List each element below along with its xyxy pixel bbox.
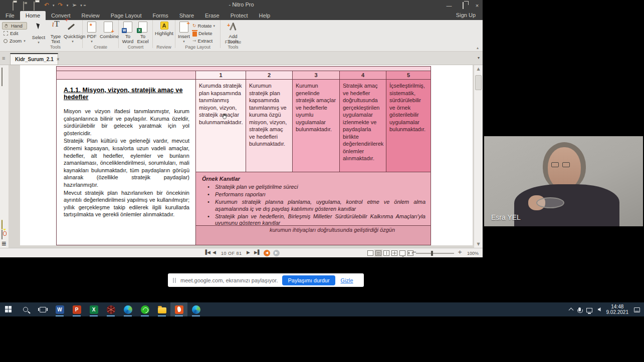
to-word-button[interactable]: W To Word <box>121 22 135 44</box>
taskbar-clock[interactable]: 14:48 9.02.2021 <box>606 304 629 315</box>
next-page-button[interactable]: ▶ <box>247 250 250 255</box>
view-forward-button[interactable]: ▶ <box>273 250 280 256</box>
tab-overflow-icon[interactable]: ▾ <box>478 56 480 60</box>
rotate-icon: ↻ <box>192 22 196 30</box>
scroll-down-icon[interactable]: ▼ <box>474 242 483 246</box>
facing-pages-view-icon[interactable] <box>383 250 389 256</box>
extract-icon: → <box>192 37 196 45</box>
vertical-scrollbar[interactable]: ▲ ▼ <box>474 65 483 248</box>
type-text-button[interactable]: ıT Type Text <box>48 22 64 44</box>
partially-visible-text: kurumun ihtiyaçları doğrultusunda gelişt… <box>270 227 429 233</box>
menu-tab-page-layout[interactable]: Page Layout <box>105 11 147 20</box>
sign-up-link[interactable]: Sign Up <box>456 12 476 18</box>
zoom-in-button[interactable]: + <box>458 249 462 255</box>
minimize-button[interactable]: — <box>446 3 453 9</box>
grid-view-icon[interactable] <box>391 250 397 256</box>
task-view-button[interactable] <box>34 302 51 316</box>
combine-button[interactable]: + Combine <box>100 22 117 39</box>
bookmarks-panel-icon[interactable] <box>2 86 8 93</box>
pdf-create-button[interactable]: * PDF▾ <box>85 22 99 44</box>
select-button[interactable]: Select▾ <box>31 22 47 45</box>
nitro-icon <box>175 305 183 314</box>
menu-tab-protect[interactable]: Protect <box>225 11 254 20</box>
attachments-panel-icon[interactable] <box>2 230 8 237</box>
title-bar: ↶▾ ↷▾ ➢▾ ≖ - Nitro Pro — × <box>0 0 483 11</box>
restore-button[interactable] <box>460 3 467 9</box>
taskbar-whatsapp[interactable] <box>136 302 153 316</box>
tray-expand-icon[interactable] <box>568 308 573 313</box>
column-header-3: 3 <box>292 71 340 80</box>
document-tab[interactable]: Kidr_Surum_2.1 × <box>10 53 58 65</box>
taskbar-nitro[interactable] <box>170 302 187 316</box>
taskbar-edge[interactable] <box>119 302 136 316</box>
zoom-slider-thumb[interactable] <box>431 251 433 256</box>
delete-button[interactable]: Delete <box>192 30 220 37</box>
taskbar-red-app[interactable] <box>102 302 119 316</box>
criterion-paragraph: Stratejik Plan kültürü ve geleneği vardı… <box>64 137 189 188</box>
taskbar-file-explorer[interactable] <box>153 302 170 316</box>
scroll-up-icon[interactable]: ▲ <box>474 67 483 71</box>
action-center-icon[interactable] <box>634 307 640 312</box>
single-page-view-icon[interactable] <box>367 250 373 256</box>
highlight-button[interactable]: A Highlight <box>154 22 174 36</box>
menu-tab-forms[interactable]: Forms <box>147 11 173 20</box>
previous-page-button[interactable]: ◀ <box>212 250 216 255</box>
zoom-tool-button[interactable]: Zoom ▾ <box>2 37 27 45</box>
evidence-cell: Örnek Kanıtlar •Stratejik plan ve gelişt… <box>195 172 431 226</box>
last-page-button[interactable]: ▶▌ <box>254 250 261 255</box>
taskbar-excel[interactable]: X <box>85 302 102 316</box>
extract-button[interactable]: → Extract <box>192 37 220 45</box>
menu-tab-review[interactable]: Review <box>76 11 105 20</box>
to-excel-button[interactable]: X To Excel <box>136 22 150 44</box>
start-button[interactable] <box>0 302 17 316</box>
menu-tab-file[interactable]: File <box>0 11 20 20</box>
participant-video[interactable]: Esra YEL <box>484 136 643 226</box>
hide-banner-link[interactable]: Gizle <box>341 277 353 283</box>
search-icon <box>23 307 28 312</box>
edit-icon <box>4 31 8 36</box>
menu-tab-help[interactable]: Help <box>254 11 276 20</box>
clock-date: 9.02.2021 <box>606 309 629 315</box>
pdf-page: 1 2 3 4 5 A.1.1. Misyon, vizyon, stratej… <box>20 65 473 245</box>
continuous-view-icon[interactable] <box>375 250 381 256</box>
fullscreen-view-icon[interactable] <box>399 250 405 256</box>
criteria-table: 1 2 3 4 5 A.1.1. Misyon, vizyon, stratej… <box>56 66 431 245</box>
rotate-button[interactable]: ↻ Rotate▾ <box>192 22 220 30</box>
close-button[interactable]: × <box>474 3 481 9</box>
document-viewport[interactable]: 1 2 3 4 5 A.1.1. Misyon, vizyon, stratej… <box>9 65 474 248</box>
drag-handle-icon[interactable] <box>173 278 176 283</box>
comments-panel-icon[interactable] <box>2 220 8 227</box>
network-icon[interactable] <box>586 308 592 312</box>
taskbar-search-button[interactable] <box>17 302 34 316</box>
scrollbar-thumb[interactable] <box>475 75 482 90</box>
menu-tab-erase[interactable]: Erase <box>199 11 225 20</box>
layers-panel-icon[interactable]: ≡ <box>2 239 8 246</box>
ribbon-collapse-icon[interactable]: ▴ <box>477 46 479 50</box>
ribbon: Hand Edit Zoom ▾ Select▾ ıT Type Text <box>0 20 483 52</box>
pdf-file-icon <box>12 57 14 62</box>
view-back-button[interactable]: ◀ <box>264 250 270 256</box>
whatsapp-icon <box>141 305 149 314</box>
signatures-panel-icon[interactable] <box>2 77 8 84</box>
column-header-4: 4 <box>339 71 386 80</box>
taskbar-edge-2[interactable] <box>187 302 204 316</box>
pages-panel-icon[interactable] <box>2 68 8 75</box>
stop-sharing-button[interactable]: Paylaşımı durdur <box>282 275 335 285</box>
tab-list-icon[interactable]: ≡ <box>2 55 5 61</box>
zoom-slider[interactable] <box>416 253 454 254</box>
menu-tab-convert[interactable]: Convert <box>46 11 76 20</box>
volume-icon[interactable] <box>598 307 601 311</box>
microphone-icon[interactable] <box>578 307 581 311</box>
quicksign-button[interactable]: x QuickSign▾ <box>64 22 82 44</box>
zoom-out-button[interactable]: − <box>412 249 416 255</box>
insert-button[interactable]: + Insert▾ <box>177 22 191 44</box>
hand-tool-button[interactable]: Hand <box>2 22 27 30</box>
menu-tab-home[interactable]: Home <box>20 11 46 20</box>
menu-tab-share[interactable]: Share <box>174 11 199 20</box>
edit-tool-button[interactable]: Edit <box>2 30 27 37</box>
taskbar-word[interactable]: W <box>51 302 68 316</box>
tab-close-icon[interactable]: × <box>57 57 60 62</box>
taskbar-powerpoint[interactable]: P <box>68 302 85 316</box>
document-tab-bar: ≡ Kidr_Surum_2.1 × ▾ <box>0 52 483 65</box>
first-page-button[interactable]: ▐◀ <box>203 250 210 255</box>
